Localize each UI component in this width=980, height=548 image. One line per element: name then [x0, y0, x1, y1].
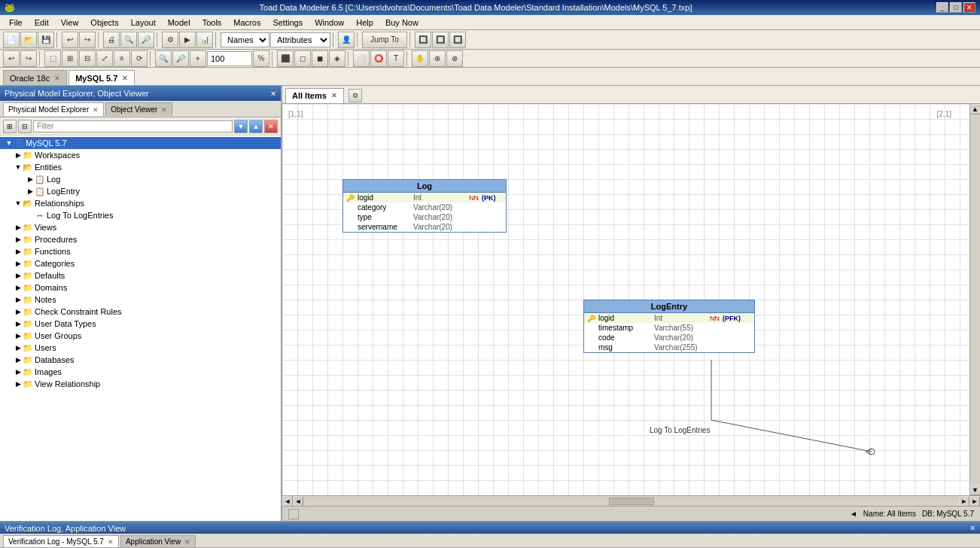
tab-av-close[interactable]: ✕	[184, 538, 190, 546]
tab-object-viewer[interactable]: Object Viewer ✕	[105, 102, 172, 116]
canvas-content[interactable]: [1,1] [2,1] Log To LogEntries	[282, 104, 969, 495]
table-logentry[interactable]: LogEntry 🔑 logid Int NN (PFK) 🔑	[583, 300, 755, 353]
canvas-config-button[interactable]: ⚙	[348, 89, 362, 102]
tb2-btn9[interactable]: 🔍	[155, 50, 172, 67]
tb-btn4[interactable]: 👤	[338, 32, 355, 48]
zoom-in-button[interactable]: 🔍	[120, 32, 137, 48]
tab-pme-close[interactable]: ✕	[93, 106, 99, 114]
scroll-prev-button[interactable]: ◄	[293, 496, 303, 507]
canvas-scrollbar-vertical[interactable]: ▲ ▼	[969, 104, 980, 495]
tab-oracle18c-close[interactable]: ✕	[54, 75, 60, 82]
tb2-btn7[interactable]: ≡	[114, 50, 130, 67]
tree-toggle-ccr[interactable]: ▶	[14, 307, 23, 316]
tab-mysql57[interactable]: MySQL 5.7 ✕	[68, 70, 135, 85]
bottom-panel-close[interactable]: ✕	[969, 524, 975, 532]
tree-toggle-functions[interactable]: ▶	[14, 247, 23, 256]
scroll-left-button[interactable]: ◄	[282, 496, 293, 507]
zoom-input[interactable]	[207, 51, 252, 66]
tab-all-items-close[interactable]: ✕	[331, 92, 337, 99]
tree-toggle-udt[interactable]: ▶	[14, 319, 23, 328]
tab-ov-close[interactable]: ✕	[161, 106, 167, 114]
filter-down-button[interactable]: ▼	[234, 120, 248, 133]
tb2-layout2[interactable]: ◻	[294, 50, 311, 67]
tb2-btn3[interactable]: ⬚	[44, 50, 61, 67]
menu-window[interactable]: Window	[309, 17, 350, 29]
maximize-button[interactable]: □	[950, 2, 962, 13]
save-button[interactable]: 💾	[38, 32, 54, 48]
scroll-next-button[interactable]: ►	[959, 496, 969, 507]
tb2-shape1[interactable]: ⬜	[353, 50, 370, 67]
scroll-up-button[interactable]: ▲	[970, 104, 981, 114]
tree-item-notes[interactable]: ▶ 📁 Notes	[0, 294, 281, 306]
tree-toggle-ug[interactable]: ▶	[14, 331, 23, 340]
tree-toggle-categories[interactable]: ▶	[14, 259, 23, 268]
canvas-scrollbar-horizontal[interactable]: ◄ ◄ ► ►	[282, 495, 980, 506]
tab-vl-close[interactable]: ✕	[108, 538, 114, 546]
tree-expand-all[interactable]: ⊞	[3, 120, 17, 133]
tb2-layout1[interactable]: ⬛	[277, 50, 294, 67]
tree-toggle-procedures[interactable]: ▶	[14, 235, 23, 244]
tb-icon-btn3[interactable]: 🔲	[449, 32, 466, 48]
tree-item-images[interactable]: ▶ 📁 Images	[0, 366, 281, 378]
tb-btn1[interactable]: ⚙	[162, 32, 178, 48]
tree-toggle-domains[interactable]: ▶	[14, 283, 23, 292]
canvas-bg[interactable]: [1,1] [2,1] Log To LogEntries	[282, 104, 969, 495]
new-button[interactable]: 📄	[3, 32, 20, 48]
tree-collapse-all[interactable]: ⊟	[18, 120, 32, 133]
close-button[interactable]: ✕	[963, 2, 975, 13]
menu-macros[interactable]: Macros	[227, 17, 266, 29]
tree-item-workspaces[interactable]: ▶ 📁 Workspaces	[0, 149, 281, 161]
tab-all-items[interactable]: All Items ✕	[285, 88, 344, 103]
tab-application-view[interactable]: Application View ✕	[120, 535, 196, 547]
scroll-right-button[interactable]: ►	[969, 496, 980, 507]
tab-oracle18c[interactable]: Oracle 18c ✕	[3, 70, 67, 85]
tb-icon-btn1[interactable]: 🔲	[415, 32, 431, 48]
zoom-pct-btn[interactable]: %	[253, 50, 269, 67]
filter-clear-button[interactable]: ✕	[264, 120, 278, 133]
jump-to-button[interactable]: Jump To	[362, 32, 407, 48]
menu-file[interactable]: File	[3, 17, 29, 29]
tree-toggle-entities[interactable]: ▼	[14, 163, 23, 172]
menu-edit[interactable]: Edit	[29, 17, 55, 29]
tb2-btn8[interactable]: ⟳	[131, 50, 148, 67]
tree-item-defaults[interactable]: ▶ 📁 Defaults	[0, 269, 281, 282]
tree-item-users[interactable]: ▶ 📁 Users	[0, 342, 281, 354]
menu-model[interactable]: Model	[162, 17, 196, 29]
tree-toggle-notes[interactable]: ▶	[14, 295, 23, 304]
tb2-btn2[interactable]: ↪	[20, 50, 37, 67]
arrow-left[interactable]: ◄	[850, 510, 857, 518]
tree-item-log[interactable]: ▶ 📋 Log	[0, 173, 281, 185]
tb-icon-btn2[interactable]: 🔲	[432, 32, 449, 48]
tree-toggle-root[interactable]: ▼	[5, 139, 14, 148]
tree-item-views[interactable]: ▶ 📁 Views	[0, 221, 281, 233]
tb2-misc1[interactable]: ⊕	[429, 50, 446, 67]
tree-item-procedures[interactable]: ▶ 📁 Procedures	[0, 233, 281, 245]
tree-container[interactable]: ▼ 🗄 MySQL 5.7 ▶ 📁 Workspaces ▼ 📂 Entitie…	[0, 135, 281, 521]
tree-toggle-logentry[interactable]: ▶	[26, 187, 35, 196]
filter-input[interactable]	[33, 120, 233, 132]
tb2-layout4[interactable]: ◈	[329, 50, 345, 67]
panel-close-button[interactable]: ✕	[270, 90, 276, 98]
tb-btn2[interactable]: ▶	[179, 32, 196, 48]
zoom-out-button[interactable]: 🔎	[138, 32, 154, 48]
tree-toggle-users[interactable]: ▶	[14, 343, 23, 352]
menu-objects[interactable]: Objects	[84, 17, 124, 29]
scroll-down-button[interactable]: ▼	[970, 485, 981, 495]
tab-mysql57-close[interactable]: ✕	[122, 75, 128, 82]
tb2-shape3[interactable]: T	[388, 50, 404, 67]
scroll-corner[interactable]	[288, 509, 299, 519]
tab-physical-model-explorer[interactable]: Physical Model Explorer ✕	[3, 102, 104, 116]
tb2-misc2[interactable]: ⊗	[446, 50, 463, 67]
tree-item-categories[interactable]: ▶ 📁 Categories	[0, 257, 281, 269]
open-button[interactable]: 📂	[20, 32, 37, 48]
tb2-btn1[interactable]: ↩	[3, 50, 20, 67]
tb2-shape2[interactable]: ⭕	[370, 50, 387, 67]
tree-toggle-images[interactable]: ▶	[14, 367, 23, 376]
tb-btn3[interactable]: 📊	[196, 32, 213, 48]
tree-toggle-databases[interactable]: ▶	[14, 355, 23, 364]
tree-toggle-log[interactable]: ▶	[26, 175, 35, 184]
tree-toggle-vr[interactable]: ▶	[14, 379, 23, 388]
tree-item-view-relationship[interactable]: ▶ 📁 View Relationship	[0, 378, 281, 390]
tree-root-mysql57[interactable]: ▼ 🗄 MySQL 5.7	[0, 137, 281, 149]
tree-item-domains[interactable]: ▶ 📁 Domains	[0, 282, 281, 294]
